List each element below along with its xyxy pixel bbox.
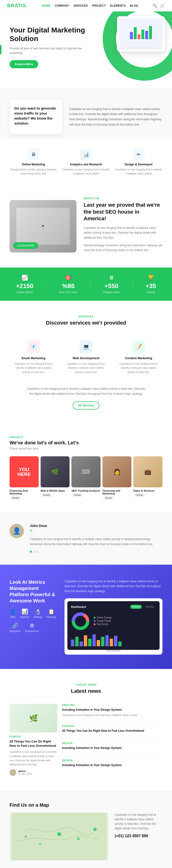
hero-content: Your Digital Marketing Solution Provide … [9, 26, 86, 68]
requirement-label: Requirement [25, 630, 39, 632]
tab-weekly[interactable]: Weekly [130, 605, 142, 609]
platform-left: Look At Metrics Management Platform Powe… [9, 579, 57, 632]
laptop-top-bar: Dashboard Weekly Monthly [71, 605, 156, 609]
news-side-3: DESIGN Including Animation in Your Desig… [62, 742, 163, 755]
content-marketing-icon: 📝 [132, 340, 145, 353]
service-web: 💻 Web Development Capitalize on low hang… [62, 336, 110, 379]
hero-chart [128, 24, 154, 41]
news-side-articles: AMAZING Including Animation in Your Desi… [62, 704, 163, 776]
news-label: LATEST NEWS [9, 683, 163, 686]
portfolio-title-1: Financing And Marketing [9, 489, 39, 495]
map-visual [9, 813, 109, 860]
bar-12 [118, 642, 122, 646]
dot-3[interactable] [36, 551, 38, 553]
svg-point-7 [93, 828, 97, 831]
chart-bar-5 [145, 31, 148, 39]
stat-label-awards: Awards [145, 291, 156, 293]
legend-dot-1 [94, 617, 95, 619]
portfolio-details-btn-5[interactable]: Details [133, 493, 145, 497]
stat-divider-2 [90, 278, 90, 290]
nav-link-home[interactable]: HOME [42, 4, 50, 7]
stat-divider-3 [133, 278, 133, 290]
portfolio-title-3: SEO Tracking Analysis [71, 489, 101, 492]
service-title-3: Content Marketing [119, 356, 158, 360]
platform-icon-requirement: ⚙ Requirement [25, 623, 39, 632]
all-services-btn[interactable]: All Services [73, 401, 99, 409]
news-side-label-2: FASHION [62, 725, 163, 727]
ideal-label: Ideal [9, 616, 16, 618]
map-info: Capitalize on low hanging fruit to ident… [115, 813, 163, 860]
portfolio-img-3: ⌨ [71, 456, 101, 487]
feature-title-2: Analytics and Research [62, 163, 110, 166]
ideal-icon: 👤 [9, 609, 16, 615]
news-main-image: 🌿 [9, 704, 57, 733]
hero-cta[interactable]: Explore More [9, 60, 38, 68]
realtime-icon: 🎯 [59, 275, 78, 281]
prove-image: 💻 LEARN MORE [9, 200, 77, 252]
svg-point-8 [25, 835, 27, 838]
dot-2[interactable] [33, 551, 35, 553]
bar-3 [80, 642, 83, 646]
news-author-name: admin [18, 770, 32, 773]
news-side-1: AMAZING Including Animation in Your Desi… [62, 704, 163, 721]
tab-monthly[interactable]: Monthly [144, 605, 156, 609]
legend-item-2: Purple Power [94, 620, 112, 622]
donut-svg [71, 612, 90, 631]
news-side-title-1: Including Animation in Your Design Syste… [62, 708, 163, 712]
news-main-article: 🌿 FAMOUS 20 Things You Can Do Right Now … [9, 704, 57, 776]
services-title: Discover services we'r provided [9, 320, 163, 326]
search-icon[interactable]: 🔍 [152, 3, 157, 8]
nav-link-services[interactable]: SERVICES [73, 4, 88, 7]
stat-label-clients: Global Clients [16, 291, 33, 293]
stat-clients: 📈 +2150 Global Clients [16, 275, 33, 293]
feature-title-1: Online Marketing [9, 163, 57, 166]
news-side-label-4: DESIGN [62, 759, 163, 762]
portfolio-img-2: 🌿 [40, 456, 70, 487]
prove-desc1: Capitalize on low hanging fruit to ident… [84, 225, 163, 240]
analytics-icon: 📊 [80, 149, 92, 160]
legend-label-2: Purple Power [97, 620, 111, 622]
legend-dot-3 [94, 623, 95, 625]
device-base [119, 47, 163, 50]
portfolio-img-1: YOUHERE [9, 456, 39, 487]
platform-icon-ideal: 👤 Ideal [9, 609, 16, 618]
hero-device-screen [119, 18, 163, 47]
nav-link-project[interactable]: PROJECT [92, 4, 106, 7]
portfolio-details-btn-4[interactable]: Details [103, 496, 115, 500]
cart-icon[interactable]: 🛒 [160, 3, 165, 8]
nav-link-company[interactable]: COMPANY [55, 4, 69, 7]
you-here-text: YOUHERE [18, 467, 31, 476]
legend-label-3: Red Sector [97, 623, 109, 625]
nav-link-blog[interactable]: BLOG [130, 4, 138, 7]
portfolio-details-btn-1[interactable]: Details [9, 496, 22, 500]
news-main-desc: Capitalize on low hanging fruit to ident… [9, 750, 57, 767]
bar-1 [71, 640, 74, 646]
laptop-illustration: 💻 [16, 208, 70, 245]
portfolio-item-5: 💼 Sales & Services Details [133, 456, 163, 500]
platform-icon-strategy: 🔬 Strategy [33, 609, 42, 618]
chart-bar-1 [130, 32, 133, 39]
portfolio-details-btn-2[interactable]: Details [40, 493, 53, 497]
learn-more-btn[interactable]: LEARN MORE [13, 242, 38, 249]
donut-legend: Green Energy Purple Power Red Sector [94, 616, 112, 626]
dot-1[interactable] [30, 551, 32, 553]
news-author-avatar [9, 769, 16, 776]
map-title: Find Us on a Map [9, 802, 163, 808]
legend-item-1: Green Energy [94, 616, 112, 619]
portfolio-title: We've done lot's of work, Let's [9, 440, 163, 445]
platform-section: Look At Metrics Management Platform Powe… [0, 565, 172, 669]
nav-icon-group: 🔍 🛒 [152, 3, 165, 8]
portfolio-details-btn-3[interactable]: Details [71, 493, 84, 497]
feature-analytics: 📊 Analytics and Research Capitalize on l… [62, 149, 110, 176]
portfolio-item-3: ⌨ SEO Tracking Analysis Details [71, 456, 101, 500]
portfolio-title-4: Financing and Marketing [103, 489, 132, 495]
nav-link-elements[interactable]: ELEMENTS [110, 4, 126, 7]
stat-awards: 🏆 +35 Awards [145, 275, 156, 293]
bar-10 [110, 639, 113, 646]
prove-content: ABOUT US Last year we proved that we're … [84, 197, 163, 256]
strategy-icon: 🔬 [33, 609, 42, 615]
stat-number-clients: +2150 [16, 282, 33, 290]
logo[interactable]: BRATIS. [7, 3, 28, 8]
news-main-image-icon: 🌿 [29, 714, 38, 722]
services-description: Capitalize on low hanging fruit to ident… [26, 386, 146, 397]
